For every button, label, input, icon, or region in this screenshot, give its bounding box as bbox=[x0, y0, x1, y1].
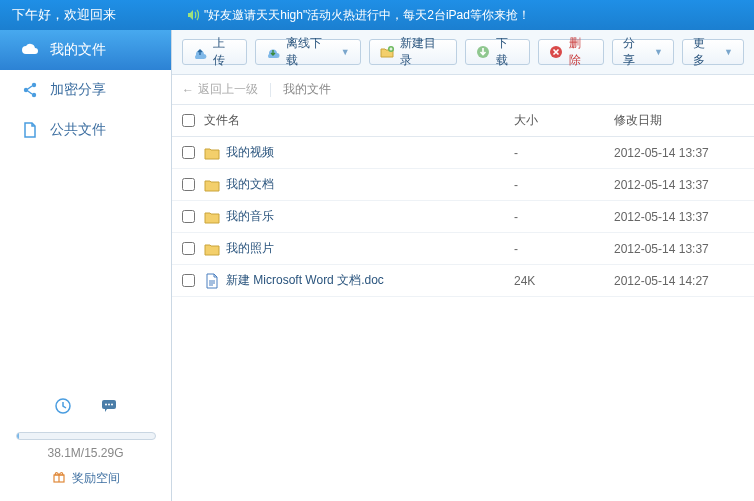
folder-icon bbox=[204, 177, 220, 193]
sidebar-item-public-files[interactable]: 公共文件 bbox=[0, 110, 171, 150]
quota-bar bbox=[16, 432, 156, 440]
gift-icon bbox=[52, 470, 66, 487]
feedback-icon[interactable] bbox=[100, 397, 118, 418]
crumb-separator bbox=[270, 83, 271, 97]
quota-text: 38.1M/15.29G bbox=[14, 446, 157, 460]
upload-icon bbox=[193, 45, 207, 59]
chevron-down-icon: ▼ bbox=[654, 47, 663, 57]
chevron-down-icon: ▼ bbox=[724, 47, 733, 57]
newdir-label: 新建目录 bbox=[400, 35, 447, 69]
main-area: 上传 离线下载 ▼ 新建目录 下载 删除 分享 ▼ bbox=[172, 30, 754, 501]
file-name-text: 新建 Microsoft Word 文档.doc bbox=[226, 272, 384, 289]
select-all-checkbox[interactable] bbox=[182, 114, 195, 127]
file-icon bbox=[20, 120, 40, 140]
announcement[interactable]: "好友邀请天天high"活动火热进行中，每天2台iPad等你来抢！ bbox=[186, 7, 530, 24]
quota-fill bbox=[17, 433, 20, 439]
file-row[interactable]: 我的视频-2012-05-14 13:37 bbox=[172, 137, 754, 169]
column-date[interactable]: 修改日期 bbox=[614, 112, 744, 129]
file-name[interactable]: 我的音乐 bbox=[204, 208, 514, 225]
new-folder-button[interactable]: 新建目录 bbox=[369, 39, 458, 65]
chevron-down-icon: ▼ bbox=[341, 47, 350, 57]
file-rows: 我的视频-2012-05-14 13:37我的文档-2012-05-14 13:… bbox=[172, 137, 754, 297]
file-name-text: 我的音乐 bbox=[226, 208, 274, 225]
sound-icon bbox=[186, 8, 200, 22]
new-folder-icon bbox=[380, 45, 394, 59]
share-label: 分享 bbox=[623, 35, 646, 69]
back-label: 返回上一级 bbox=[198, 81, 258, 98]
row-checkbox[interactable] bbox=[182, 210, 195, 223]
file-name[interactable]: 我的文档 bbox=[204, 176, 514, 193]
cloud-icon bbox=[20, 40, 40, 60]
folder-icon bbox=[204, 241, 220, 257]
top-banner: 下午好，欢迎回来 "好友邀请天天high"活动火热进行中，每天2台iPad等你来… bbox=[0, 0, 754, 30]
sidebar-item-label: 加密分享 bbox=[50, 81, 106, 99]
sidebar-item-my-files[interactable]: 我的文件 bbox=[0, 30, 171, 70]
svg-point-6 bbox=[108, 404, 110, 406]
row-checkbox[interactable] bbox=[182, 274, 195, 287]
bonus-space-link[interactable]: 奖励空间 bbox=[14, 470, 157, 487]
row-checkbox[interactable] bbox=[182, 178, 195, 191]
sidebar: 我的文件 加密分享 公共文件 38.1M bbox=[0, 30, 172, 501]
more-label: 更多 bbox=[693, 35, 716, 69]
file-name[interactable]: 新建 Microsoft Word 文档.doc bbox=[204, 272, 514, 289]
back-link[interactable]: ← 返回上一级 bbox=[182, 81, 258, 98]
download-icon bbox=[476, 45, 490, 59]
share-button[interactable]: 分享 ▼ bbox=[612, 39, 674, 65]
upload-label: 上传 bbox=[213, 35, 236, 69]
file-date: 2012-05-14 13:37 bbox=[614, 178, 744, 192]
file-row[interactable]: 新建 Microsoft Word 文档.doc24K2012-05-14 14… bbox=[172, 265, 754, 297]
download-label: 下载 bbox=[496, 35, 519, 69]
download-button[interactable]: 下载 bbox=[465, 39, 530, 65]
bonus-space-label: 奖励空间 bbox=[72, 470, 120, 487]
column-name[interactable]: 文件名 bbox=[204, 112, 514, 129]
file-size: - bbox=[514, 242, 614, 256]
row-checkbox[interactable] bbox=[182, 242, 195, 255]
delete-icon bbox=[549, 45, 563, 59]
upload-button[interactable]: 上传 bbox=[182, 39, 247, 65]
file-table-header: 文件名 大小 修改日期 bbox=[172, 105, 754, 137]
svg-point-5 bbox=[105, 404, 107, 406]
file-date: 2012-05-14 13:37 bbox=[614, 210, 744, 224]
sidebar-item-label: 我的文件 bbox=[50, 41, 106, 59]
file-row[interactable]: 我的音乐-2012-05-14 13:37 bbox=[172, 201, 754, 233]
file-row[interactable]: 我的照片-2012-05-14 13:37 bbox=[172, 233, 754, 265]
folder-icon bbox=[204, 145, 220, 161]
toolbar: 上传 离线下载 ▼ 新建目录 下载 删除 分享 ▼ bbox=[172, 30, 754, 75]
share-icon bbox=[20, 80, 40, 100]
file-row[interactable]: 我的文档-2012-05-14 13:37 bbox=[172, 169, 754, 201]
file-name-text: 我的文档 bbox=[226, 176, 274, 193]
file-name-text: 我的视频 bbox=[226, 144, 274, 161]
offline-download-button[interactable]: 离线下载 ▼ bbox=[255, 39, 360, 65]
offline-label: 离线下载 bbox=[286, 35, 332, 69]
row-checkbox[interactable] bbox=[182, 146, 195, 159]
greeting-text: 下午好，欢迎回来 bbox=[12, 6, 116, 24]
folder-icon bbox=[204, 209, 220, 225]
announcement-text: "好友邀请天天high"活动火热进行中，每天2台iPad等你来抢！ bbox=[204, 7, 530, 24]
column-size[interactable]: 大小 bbox=[514, 112, 614, 129]
sidebar-item-encrypt-share[interactable]: 加密分享 bbox=[0, 70, 171, 110]
arrow-left-icon: ← bbox=[182, 83, 194, 97]
file-name[interactable]: 我的视频 bbox=[204, 144, 514, 161]
file-size: - bbox=[514, 178, 614, 192]
file-date: 2012-05-14 13:37 bbox=[614, 242, 744, 256]
crumb-current: 我的文件 bbox=[283, 81, 331, 98]
delete-label: 删除 bbox=[569, 35, 592, 69]
more-button[interactable]: 更多 ▼ bbox=[682, 39, 744, 65]
delete-button[interactable]: 删除 bbox=[538, 39, 603, 65]
file-name[interactable]: 我的照片 bbox=[204, 240, 514, 257]
file-date: 2012-05-14 13:37 bbox=[614, 146, 744, 160]
file-date: 2012-05-14 14:27 bbox=[614, 274, 744, 288]
svg-point-1 bbox=[32, 83, 36, 87]
breadcrumb: ← 返回上一级 我的文件 bbox=[172, 75, 754, 105]
file-size: 24K bbox=[514, 274, 614, 288]
doc-icon bbox=[204, 273, 220, 289]
svg-point-7 bbox=[111, 404, 113, 406]
svg-point-2 bbox=[32, 93, 36, 97]
file-name-text: 我的照片 bbox=[226, 240, 274, 257]
sidebar-footer: 38.1M/15.29G 奖励空间 bbox=[0, 383, 171, 501]
history-icon[interactable] bbox=[54, 397, 72, 418]
download-cloud-icon bbox=[266, 45, 280, 59]
file-size: - bbox=[514, 210, 614, 224]
file-size: - bbox=[514, 146, 614, 160]
sidebar-item-label: 公共文件 bbox=[50, 121, 106, 139]
